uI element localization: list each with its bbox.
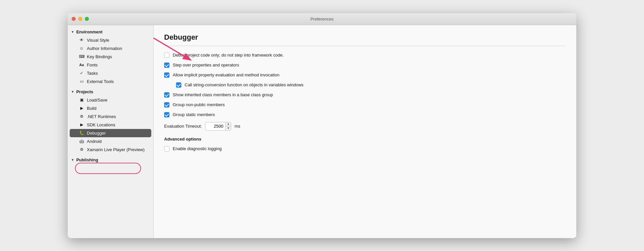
preferences-window: Preferences ▼ Environment 👁 Visual Style… xyxy=(68,13,576,238)
window-controls xyxy=(72,17,89,21)
timeout-label: Evaluation Timeout: xyxy=(164,124,202,129)
sidebar-item-debugger[interactable]: 🐛 Debugger xyxy=(70,129,151,137)
option-row-1: Debug project code only; do not step int… xyxy=(164,53,566,58)
expand-arrow-publishing: ▼ xyxy=(71,158,74,162)
tools-icon: ▭ xyxy=(79,79,84,84)
option-row-3: Allow implicit property evaluation and m… xyxy=(164,72,566,78)
spin-down-button[interactable]: ▼ xyxy=(226,126,231,130)
checkbox-opt2[interactable] xyxy=(164,63,169,68)
sidebar-item-tasks[interactable]: ✓ Tasks xyxy=(68,69,153,77)
close-button[interactable] xyxy=(72,17,76,21)
expand-arrow-projects: ▼ xyxy=(71,90,74,94)
sidebar-item-author-information[interactable]: ☺ Author Information xyxy=(68,44,153,53)
sidebar-item-load-save[interactable]: ▣ Load/Save xyxy=(68,96,153,104)
timeout-row: Evaluation Timeout: ▲ ▼ ms xyxy=(164,122,566,131)
sidebar-item-key-bindings[interactable]: ⌨ Key Bindings xyxy=(68,53,153,61)
sidebar-item-visual-style-label: Visual Style xyxy=(87,38,109,43)
sidebar-item-debugger-label: Debugger xyxy=(87,131,106,136)
main-layout: ▼ Environment 👁 Visual Style ☺ Author In… xyxy=(68,25,576,238)
sidebar-item-net-runtimes[interactable]: ⚙ .NET Runtimes xyxy=(68,112,153,121)
checkbox-opt4[interactable] xyxy=(176,82,181,88)
option-label-opt4: Call string-conversion function on objec… xyxy=(185,82,304,87)
sidebar-item-sdk-locations[interactable]: ▶ SDK Locations xyxy=(68,121,153,129)
load-save-icon: ▣ xyxy=(79,98,84,102)
sidebar-item-xamarin-live-player[interactable]: ⚙ Xamarin Live Player (Preview) xyxy=(68,146,153,154)
sidebar-item-fonts-label: Fonts xyxy=(87,63,98,67)
fonts-icon: Aa xyxy=(79,63,84,67)
option-row-5: Show inherited class members in a base c… xyxy=(164,92,566,98)
sidebar-item-net-runtimes-label: .NET Runtimes xyxy=(87,114,116,119)
checkbox-adv1[interactable] xyxy=(164,146,169,151)
option-row-2: Step over properties and operators xyxy=(164,63,566,68)
sidebar-item-xamarin-live-player-label: Xamarin Live Player (Preview) xyxy=(87,147,145,152)
option-label-opt6: Group non-public members xyxy=(173,102,225,107)
option-label-opt3: Allow implicit property evaluation and m… xyxy=(173,72,279,77)
option-label-adv1: Enable diagnostic logging xyxy=(173,146,222,151)
expand-arrow-environment: ▼ xyxy=(71,30,74,34)
sidebar-item-build-label: Build xyxy=(87,106,96,111)
sidebar-item-load-save-label: Load/Save xyxy=(87,98,107,103)
sidebar-item-visual-style[interactable]: 👁 Visual Style xyxy=(68,36,153,44)
sidebar-section-environment[interactable]: ▼ Environment xyxy=(68,28,153,36)
checkbox-opt5[interactable] xyxy=(164,92,169,98)
xamarin-icon: ⚙ xyxy=(79,147,84,152)
sidebar-item-android[interactable]: 🤖 Android xyxy=(68,137,153,146)
option-label-opt5: Show inherited class members in a base c… xyxy=(173,92,273,97)
option-row-6: Group non-public members xyxy=(164,102,566,107)
timeout-spinners: ▲ ▼ xyxy=(225,122,231,130)
sidebar-item-build[interactable]: ▶ Build xyxy=(68,104,153,112)
sidebar-section-projects-label: Projects xyxy=(76,89,93,94)
sidebar-item-key-bindings-label: Key Bindings xyxy=(87,54,112,59)
spin-up-button[interactable]: ▲ xyxy=(226,122,231,126)
option-row-7: Group static members xyxy=(164,112,566,117)
build-icon: ▶ xyxy=(79,106,84,110)
minimize-button[interactable] xyxy=(78,17,82,21)
sidebar-item-external-tools[interactable]: ▭ External Tools xyxy=(68,77,153,86)
titlebar: Preferences xyxy=(68,13,576,25)
eye-icon: 👁 xyxy=(79,38,84,42)
debugger-icon: 🐛 xyxy=(79,131,84,135)
maximize-button[interactable] xyxy=(85,17,89,21)
option-row-adv1: Enable diagnostic logging xyxy=(164,146,566,151)
page-title: Debugger xyxy=(164,33,566,42)
sdk-expand-icon: ▶ xyxy=(79,122,84,127)
checkbox-opt7[interactable] xyxy=(164,112,169,117)
title-divider xyxy=(164,46,566,46)
keyboard-icon: ⌨ xyxy=(79,54,84,59)
advanced-options-title: Advanced options xyxy=(164,137,566,142)
net-runtimes-icon: ⚙ xyxy=(79,114,84,119)
sidebar-item-tasks-label: Tasks xyxy=(87,71,98,76)
ms-unit-label: ms xyxy=(234,124,240,129)
sidebar: ▼ Environment 👁 Visual Style ☺ Author In… xyxy=(68,25,154,238)
option-label-opt1: Debug project code only; do not step int… xyxy=(173,53,284,58)
content-area: Debugger Debug project code only; do not… xyxy=(154,25,576,238)
sidebar-section-publishing-label: Publishing xyxy=(76,157,98,162)
timeout-input[interactable] xyxy=(205,123,225,130)
timeout-input-wrap: ▲ ▼ xyxy=(205,122,231,131)
window-title: Preferences xyxy=(310,17,334,21)
sidebar-item-author-information-label: Author Information xyxy=(87,46,122,51)
option-row-4: Call string-conversion function on objec… xyxy=(164,82,566,88)
sidebar-section-environment-label: Environment xyxy=(76,29,102,34)
checkbox-opt3[interactable] xyxy=(164,72,169,78)
check-icon: ✓ xyxy=(79,71,84,75)
sidebar-item-android-label: Android xyxy=(87,139,102,144)
option-label-opt7: Group static members xyxy=(173,112,215,117)
sidebar-section-publishing[interactable]: ▼ Publishing xyxy=(68,156,153,164)
sidebar-item-external-tools-label: External Tools xyxy=(87,79,114,84)
checkbox-opt6[interactable] xyxy=(164,102,169,107)
option-label-opt2: Step over properties and operators xyxy=(173,63,239,67)
android-icon: 🤖 xyxy=(79,139,84,144)
sidebar-item-fonts[interactable]: Aa Fonts xyxy=(68,61,153,69)
smile-icon: ☺ xyxy=(79,46,84,51)
sidebar-section-projects[interactable]: ▼ Projects xyxy=(68,88,153,96)
sidebar-item-sdk-locations-label: SDK Locations xyxy=(87,122,115,127)
checkbox-opt1[interactable] xyxy=(164,53,169,58)
